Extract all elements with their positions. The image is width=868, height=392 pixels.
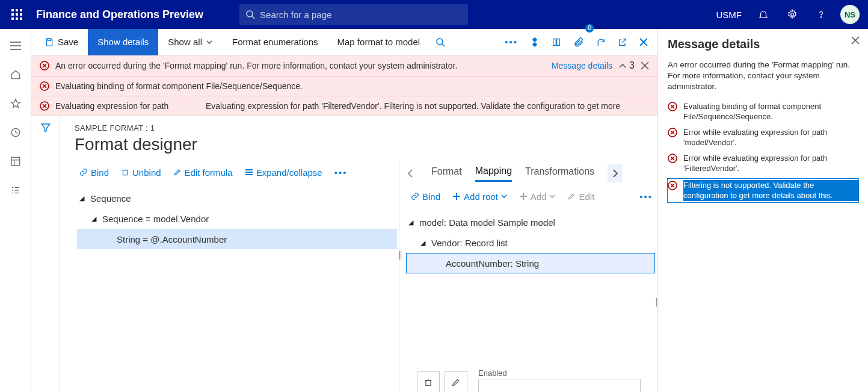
popout-icon[interactable] bbox=[612, 29, 633, 55]
error-count: 3 bbox=[629, 60, 635, 71]
dismiss-error-icon[interactable] bbox=[641, 61, 649, 70]
add-root-button[interactable]: Add root bbox=[448, 189, 512, 204]
edit-formula-label: Edit formula bbox=[185, 167, 233, 178]
node-label: model: Data model Sample model bbox=[419, 217, 555, 228]
diamond-icon[interactable] bbox=[524, 29, 546, 55]
detail-text: Error while evaluating expression for pa… bbox=[683, 127, 858, 148]
refresh-icon[interactable] bbox=[590, 29, 612, 55]
unbind-button[interactable]: Unbind bbox=[116, 165, 166, 180]
mapping-overflow-icon[interactable]: ••• bbox=[635, 189, 657, 204]
enabled-field[interactable] bbox=[478, 379, 641, 392]
svg-point-27 bbox=[437, 39, 443, 45]
tab-mapping[interactable]: Mapping bbox=[475, 166, 512, 182]
mapping-toolbar: Bind Add root Add Edit ••• bbox=[400, 185, 657, 207]
error-row-2: Evaluating binding of format component F… bbox=[31, 76, 657, 96]
detail-item[interactable]: Error while evaluating expression for pa… bbox=[668, 153, 858, 174]
tab-next-icon[interactable] bbox=[608, 164, 622, 182]
tree-node-accountnumber[interactable]: AccountNumber: String bbox=[406, 253, 655, 273]
app-launcher-icon[interactable] bbox=[5, 2, 29, 26]
error-text-3a: Evaluating expression for path bbox=[55, 101, 200, 111]
add-button: Add bbox=[514, 189, 561, 204]
svg-rect-2 bbox=[20, 9, 22, 11]
error-row-3: Evaluating expression for path Evaluatin… bbox=[31, 96, 657, 116]
panel-title: Message details bbox=[668, 37, 858, 51]
svg-rect-3 bbox=[11, 13, 14, 16]
command-bar: Save Show details Show all Format enumer… bbox=[31, 29, 657, 55]
tree-node-sequence[interactable]: ◢Sequence bbox=[77, 188, 397, 208]
attachments-icon[interactable]: 0 bbox=[567, 29, 590, 55]
error-icon bbox=[40, 61, 49, 70]
format-tree: ◢Sequence ◢Sequence = model.Vendor Strin… bbox=[75, 183, 399, 254]
error-icon bbox=[668, 102, 677, 122]
svg-line-10 bbox=[252, 16, 254, 19]
designer-area: SAMPLE FORMAT : 1 Format designer Bind U… bbox=[60, 116, 657, 392]
error-text-1: An error occurred during the 'Format map… bbox=[55, 61, 457, 70]
mapping-tree: ◢model: Data model Sample model ◢Vendor:… bbox=[400, 207, 657, 278]
nav-recent-icon[interactable] bbox=[4, 120, 28, 145]
tree-node-model[interactable]: ◢model: Data model Sample model bbox=[406, 212, 655, 232]
splitter-handle[interactable]: ‖ bbox=[398, 246, 402, 264]
expand-collapse-button[interactable]: Expand/collapse bbox=[240, 165, 327, 180]
nav-workspaces-icon[interactable] bbox=[4, 149, 28, 173]
svg-rect-29 bbox=[532, 37, 537, 42]
page-title: Format designer bbox=[75, 135, 657, 154]
mapping-pane: ‖ Format Mapping Transformations Bind Ad… bbox=[399, 161, 657, 392]
detail-item-selected[interactable]: Filtering is not supported. Validate the… bbox=[668, 179, 858, 202]
format-enumerations-button[interactable]: Format enumerations bbox=[223, 29, 328, 55]
find-icon[interactable] bbox=[429, 29, 451, 55]
svg-rect-8 bbox=[20, 17, 22, 20]
settings-gear-icon[interactable] bbox=[779, 1, 805, 28]
nav-menu-icon[interactable] bbox=[4, 34, 28, 58]
error-icon bbox=[668, 128, 677, 148]
bind-button[interactable]: Bind bbox=[75, 165, 114, 180]
close-page-icon[interactable] bbox=[633, 29, 654, 55]
book-icon[interactable] bbox=[546, 29, 567, 55]
nav-favorites-icon[interactable] bbox=[4, 92, 28, 116]
detail-item[interactable]: Evaluating binding of format component F… bbox=[668, 101, 858, 122]
error-collapse[interactable]: 3 bbox=[618, 60, 635, 71]
svg-rect-17 bbox=[11, 157, 20, 166]
node-label: Vendor: Record list bbox=[431, 238, 508, 248]
unbind-label: Unbind bbox=[132, 167, 161, 178]
user-avatar[interactable]: NS bbox=[840, 5, 860, 24]
mapping-bind-button[interactable]: Bind bbox=[406, 189, 445, 204]
close-panel-icon[interactable] bbox=[851, 36, 860, 45]
tab-prev-icon[interactable] bbox=[404, 166, 418, 181]
bind-label: Bind bbox=[422, 191, 440, 202]
svg-point-9 bbox=[247, 11, 253, 17]
tab-format[interactable]: Format bbox=[431, 166, 462, 181]
detail-item[interactable]: Error while evaluating expression for pa… bbox=[668, 127, 858, 148]
global-search[interactable] bbox=[239, 4, 468, 25]
format-toolbar: Bind Unbind Edit formula Expand/collapse… bbox=[75, 161, 399, 183]
edit-properties-icon[interactable] bbox=[445, 371, 467, 393]
tab-transformations[interactable]: Transformations bbox=[525, 166, 594, 181]
save-label: Save bbox=[58, 37, 78, 47]
left-overflow-icon[interactable]: ••• bbox=[330, 165, 352, 180]
node-label: AccountNumber: String bbox=[446, 258, 539, 269]
notifications-icon[interactable] bbox=[750, 1, 777, 28]
nav-modules-icon[interactable] bbox=[4, 178, 28, 202]
message-details-link[interactable]: Message details bbox=[552, 61, 612, 70]
nav-home-icon[interactable] bbox=[4, 63, 28, 87]
company-picker[interactable]: USMF bbox=[710, 10, 748, 20]
add-label: Add bbox=[531, 191, 547, 202]
mapping-tabs: Format Mapping Transformations bbox=[400, 161, 657, 185]
save-button[interactable]: Save bbox=[35, 29, 88, 55]
edit-button: Edit bbox=[562, 189, 599, 204]
overflow-icon[interactable]: ••• bbox=[499, 29, 524, 55]
search-input[interactable] bbox=[260, 10, 462, 20]
show-details-button[interactable]: Show details bbox=[88, 29, 158, 55]
tree-node-string-account[interactable]: String = @.AccountNumber bbox=[77, 229, 397, 249]
delete-button-icon[interactable] bbox=[417, 371, 440, 393]
show-all-button[interactable]: Show all bbox=[158, 29, 223, 55]
bind-label: Bind bbox=[91, 167, 109, 178]
tree-node-vendor[interactable]: ◢Vendor: Record list bbox=[406, 232, 655, 253]
global-header: Finance and Operations Preview USMF NS bbox=[0, 0, 868, 29]
filter-icon[interactable] bbox=[40, 122, 51, 392]
map-format-button[interactable]: Map format to model bbox=[328, 29, 430, 55]
show-all-label: Show all bbox=[168, 37, 202, 47]
tree-node-sequence-vendor[interactable]: ◢Sequence = model.Vendor bbox=[77, 208, 397, 229]
error-text-3b: Evaluating expression for path 'Filtered… bbox=[206, 101, 620, 111]
edit-formula-button[interactable]: Edit formula bbox=[168, 165, 238, 180]
help-icon[interactable] bbox=[808, 1, 834, 28]
